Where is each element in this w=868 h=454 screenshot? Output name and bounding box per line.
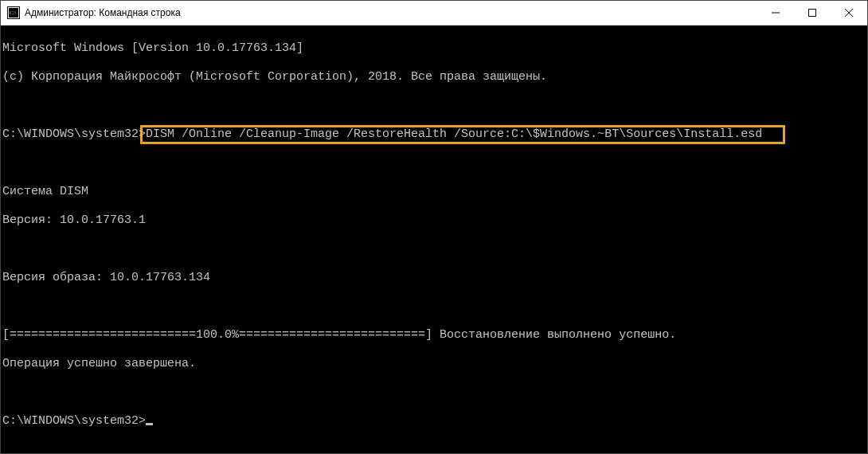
titlebar[interactable]: C:\ Администратор: Командная строка [1, 1, 867, 25]
banner-line-1: Microsoft Windows [Version 10.0.17763.13… [2, 41, 303, 55]
operation-done: Операция успешно завершена. [2, 357, 196, 370]
terminal-area[interactable]: Microsoft Windows [Version 10.0.17763.13… [1, 25, 867, 453]
cursor-icon [146, 423, 153, 425]
prompt-2: C:\WINDOWS\system32> [2, 414, 146, 428]
dism-version: Версия: 10.0.17763.1 [2, 213, 146, 227]
app-icon: C:\ [7, 6, 20, 19]
progress-line: [==========================100.0%=======… [2, 328, 676, 342]
prompt-path: C:\WINDOWS\system32> [2, 127, 146, 141]
command-prompt-window: C:\ Администратор: Командная строка Micr… [0, 0, 868, 454]
dism-label: Cистема DISM [2, 185, 88, 198]
banner-line-2: (c) Корпорация Майкрософт (Microsoft Cor… [2, 70, 547, 84]
svg-rect-5 [809, 10, 816, 17]
entered-command: DISM /Online /Cleanup-Image /RestoreHeal… [146, 127, 762, 141]
image-version: Версия образа: 10.0.17763.134 [2, 271, 210, 284]
maximize-button[interactable] [794, 1, 831, 25]
svg-text:C:\: C:\ [10, 10, 17, 16]
close-button[interactable] [831, 1, 867, 25]
window-title: Администратор: Командная строка [25, 7, 181, 18]
minimize-button[interactable] [757, 1, 794, 25]
